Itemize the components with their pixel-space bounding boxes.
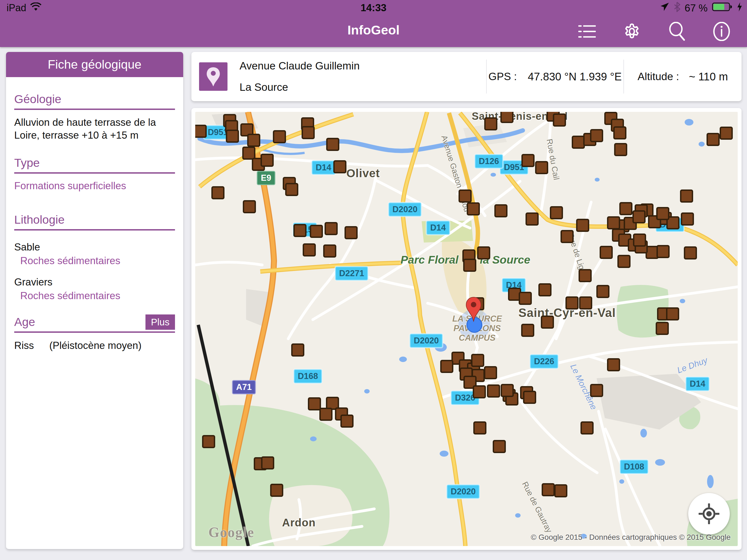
geology-marker[interactable] bbox=[494, 204, 508, 218]
geology-marker[interactable] bbox=[656, 322, 669, 335]
geology-marker[interactable] bbox=[226, 130, 239, 143]
geology-marker[interactable] bbox=[523, 391, 536, 404]
geology-marker[interactable] bbox=[535, 161, 548, 174]
geology-marker[interactable] bbox=[243, 200, 256, 213]
age-heading: Age Plus bbox=[14, 315, 175, 333]
geology-marker[interactable] bbox=[600, 246, 613, 259]
plus-button[interactable]: Plus bbox=[146, 314, 175, 330]
geology-marker[interactable] bbox=[578, 269, 592, 282]
geology-marker[interactable] bbox=[302, 126, 315, 139]
geology-marker[interactable] bbox=[596, 285, 610, 298]
geology-marker[interactable] bbox=[487, 384, 500, 398]
geology-marker[interactable] bbox=[542, 483, 555, 496]
lithology-item-category-link[interactable]: Roches sédimentaires bbox=[20, 290, 175, 302]
geology-marker[interactable] bbox=[261, 154, 274, 167]
info-icon[interactable] bbox=[713, 22, 730, 41]
location-services-icon bbox=[660, 2, 669, 14]
geology-marker[interactable] bbox=[607, 216, 620, 229]
geology-marker[interactable] bbox=[273, 130, 286, 143]
geology-marker[interactable] bbox=[467, 202, 480, 215]
geology-marker[interactable] bbox=[463, 259, 476, 272]
geology-marker[interactable] bbox=[211, 186, 225, 199]
geology-marker[interactable] bbox=[293, 224, 307, 237]
geology-marker[interactable] bbox=[680, 189, 693, 203]
geology-marker[interactable] bbox=[247, 134, 260, 147]
geology-marker[interactable] bbox=[525, 212, 539, 226]
geology-marker[interactable] bbox=[500, 112, 514, 123]
geology-marker[interactable] bbox=[291, 343, 304, 357]
locate-me-button[interactable] bbox=[688, 493, 730, 535]
geology-marker[interactable] bbox=[344, 226, 358, 239]
geology-marker[interactable] bbox=[285, 183, 298, 196]
geology-marker[interactable] bbox=[326, 138, 339, 151]
geology-marker[interactable] bbox=[541, 315, 554, 329]
map-pin[interactable] bbox=[465, 297, 482, 323]
geology-marker[interactable] bbox=[308, 397, 321, 410]
geology-marker[interactable] bbox=[614, 143, 627, 156]
geology-marker[interactable] bbox=[473, 385, 486, 399]
geology-marker[interactable] bbox=[538, 283, 551, 297]
geology-marker[interactable] bbox=[440, 360, 453, 373]
geology-marker[interactable] bbox=[484, 117, 497, 130]
map-canvas[interactable]: Avenue Gaston GallouRue du CailRue de Li… bbox=[195, 112, 738, 546]
geology-marker[interactable] bbox=[572, 136, 585, 149]
geology-marker[interactable] bbox=[590, 129, 603, 142]
geology-description: Alluvion de haute terrasse de la Loire, … bbox=[14, 116, 175, 142]
map-card: Avenue Gaston GallouRue du CailRue de Li… bbox=[191, 108, 742, 550]
geology-marker[interactable] bbox=[576, 219, 589, 232]
geology-panel: Fiche géologique Géologie Alluvion de ha… bbox=[6, 52, 183, 549]
geology-marker[interactable] bbox=[459, 189, 472, 203]
search-icon[interactable] bbox=[668, 22, 686, 41]
geology-marker[interactable] bbox=[484, 366, 497, 379]
geology-marker[interactable] bbox=[521, 324, 534, 337]
geology-marker[interactable] bbox=[500, 384, 514, 397]
geology-marker[interactable] bbox=[633, 210, 646, 223]
panel-title: Fiche géologique bbox=[6, 52, 183, 77]
geology-marker[interactable] bbox=[720, 127, 733, 140]
geology-marker[interactable] bbox=[553, 113, 566, 127]
geology-marker[interactable] bbox=[323, 245, 336, 258]
geology-marker[interactable] bbox=[471, 354, 484, 367]
geology-marker[interactable] bbox=[319, 408, 333, 421]
type-value-link[interactable]: Formations superficielles bbox=[14, 180, 175, 192]
geology-marker[interactable] bbox=[202, 435, 215, 448]
geology-marker[interactable] bbox=[493, 440, 506, 453]
geology-marker[interactable] bbox=[561, 230, 574, 243]
geology-marker[interactable] bbox=[579, 297, 592, 309]
geology-marker[interactable] bbox=[656, 245, 670, 258]
geology-marker[interactable] bbox=[325, 222, 338, 235]
geology-marker[interactable] bbox=[550, 206, 563, 219]
geology-marker[interactable] bbox=[681, 212, 694, 226]
geology-marker[interactable] bbox=[195, 125, 207, 138]
geology-marker[interactable] bbox=[619, 202, 633, 215]
geology-marker[interactable] bbox=[303, 244, 316, 256]
geology-marker[interactable] bbox=[270, 484, 283, 497]
geology-marker[interactable] bbox=[521, 154, 535, 167]
geology-marker[interactable] bbox=[607, 358, 620, 371]
geology-marker[interactable] bbox=[340, 414, 354, 428]
geology-marker[interactable] bbox=[477, 246, 490, 259]
type-heading: Type bbox=[14, 156, 175, 174]
geology-marker[interactable] bbox=[633, 233, 646, 247]
geology-marker[interactable] bbox=[565, 297, 578, 309]
settings-gear-icon[interactable] bbox=[623, 22, 641, 41]
geology-marker[interactable] bbox=[590, 384, 603, 397]
geology-marker[interactable] bbox=[706, 133, 720, 146]
lithology-item-category-link[interactable]: Roches sédimentaires bbox=[20, 255, 175, 266]
geology-marker[interactable] bbox=[261, 456, 274, 469]
lithology-heading: Lithologie bbox=[14, 213, 175, 230]
geology-marker[interactable] bbox=[333, 160, 346, 173]
geology-marker[interactable] bbox=[666, 307, 679, 321]
geology-marker[interactable] bbox=[684, 246, 697, 259]
list-icon[interactable] bbox=[578, 22, 596, 41]
geology-marker[interactable] bbox=[581, 422, 594, 434]
gps-block: GPS : 47.830 °N 1.939 °E bbox=[487, 71, 623, 83]
geology-marker[interactable] bbox=[554, 484, 567, 498]
geology-marker[interactable] bbox=[613, 126, 626, 139]
geology-marker[interactable] bbox=[519, 292, 532, 305]
geology-marker[interactable] bbox=[617, 255, 630, 268]
geology-marker[interactable] bbox=[656, 207, 669, 220]
geology-marker[interactable] bbox=[310, 225, 323, 238]
app-header: iPad 14:33 67 % bbox=[0, 0, 747, 47]
geology-marker[interactable] bbox=[473, 422, 486, 434]
